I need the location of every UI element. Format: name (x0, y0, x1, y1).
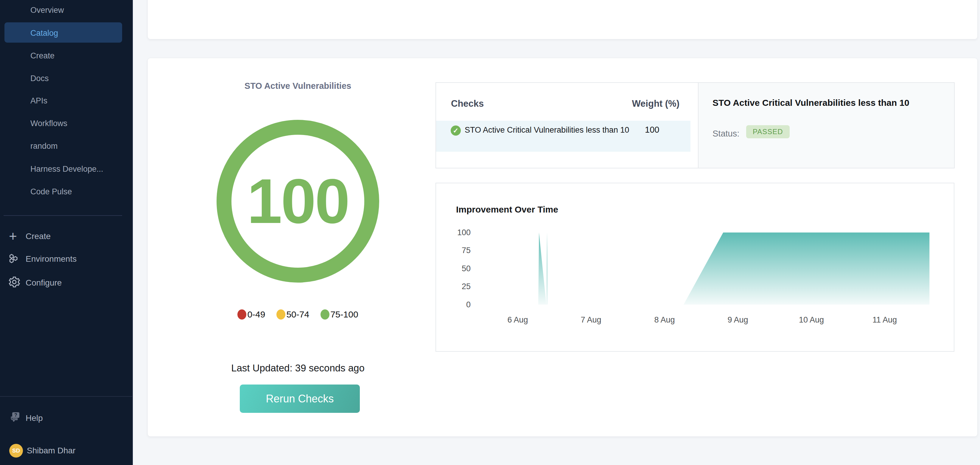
checks-column-header: Checks (451, 98, 484, 109)
score-value: 100 (247, 169, 349, 233)
ytick-100: 100 (448, 228, 471, 237)
check-row[interactable]: ✓ STO Active Critical Vulnerabilities le… (436, 121, 690, 152)
xtick-6aug: 6 Aug (497, 315, 539, 324)
sidebar-action-create[interactable]: Create (25, 231, 51, 242)
score-legend: 0-49 50-74 75-100 (208, 309, 387, 320)
status-badge: PASSED (746, 125, 790, 138)
help-icon: ? (9, 410, 23, 425)
xtick-7aug: 7 Aug (570, 315, 612, 324)
sidebar-item-random[interactable]: random (30, 141, 58, 151)
sidebar-item-harness-developer[interactable]: Harness Develope... (30, 164, 103, 174)
sidebar-action-environments[interactable]: Environments (25, 254, 76, 264)
check-detail-title: STO Active Critical Vulnerabilities less… (713, 98, 909, 108)
legend-item-low: 0-49 (237, 309, 265, 320)
user-avatar[interactable]: SD (9, 444, 23, 457)
legend-label-high: 75-100 (330, 309, 358, 320)
ytick-50: 50 (448, 264, 471, 273)
sidebar-item-overview[interactable]: Overview (30, 5, 64, 15)
ytick-0: 0 (448, 300, 471, 309)
sidebar-item-apis[interactable]: APIs (30, 96, 47, 106)
scorecard-title: STO Active Vulnerabilities (179, 81, 417, 91)
sidebar-help[interactable]: Help (25, 413, 43, 423)
check-passed-icon: ✓ (451, 126, 461, 136)
sidebar-item-code-pulse[interactable]: Code Pulse (30, 187, 72, 197)
last-updated-text: Last Updated: 39 seconds ago (179, 363, 417, 374)
weight-column-header: Weight (%) (632, 98, 679, 109)
sidebar-item-workflows[interactable]: Workflows (30, 118, 67, 128)
sidebar-item-docs[interactable]: Docs (30, 74, 49, 83)
svg-text:?: ? (14, 412, 17, 418)
check-detail-panel: STO Active Critical Vulnerabilities less… (698, 82, 955, 168)
sidebar-action-configure[interactable]: Configure (25, 278, 62, 288)
legend-label-mid: 50-74 (286, 309, 309, 320)
chart-title: Improvement Over Time (456, 205, 558, 215)
xtick-9aug: 9 Aug (717, 315, 759, 324)
sidebar: Overview Catalog Create Docs APIs Workfl… (0, 0, 133, 465)
xtick-10aug: 10 Aug (791, 315, 832, 324)
sidebar-item-create[interactable]: Create (30, 51, 54, 61)
ytick-25: 25 (448, 282, 471, 291)
legend-dot-yellow (277, 309, 285, 320)
sidebar-item-catalog[interactable]: Catalog (30, 28, 58, 38)
legend-dot-green (320, 309, 329, 320)
previous-scorecard-card (148, 0, 978, 39)
improvement-chart-panel: Improvement Over Time 100 75 50 25 0 6 A… (436, 183, 955, 352)
status-label: Status: (713, 127, 739, 140)
sidebar-divider (3, 215, 122, 216)
check-weight-value: 100 (645, 125, 659, 135)
legend-item-high: 75-100 (320, 309, 358, 320)
rerun-checks-button[interactable]: Rerun Checks (240, 385, 360, 413)
check-name: STO Active Critical Vulnerabilities less… (465, 124, 648, 136)
plus-icon: + (9, 228, 17, 244)
legend-label-low: 0-49 (247, 309, 265, 320)
sidebar-selected-pill (5, 22, 122, 43)
xtick-11aug: 11 Aug (864, 315, 905, 324)
ytick-75: 75 (448, 246, 471, 255)
hexagons-icon (8, 252, 21, 267)
legend-dot-red (237, 309, 247, 320)
score-gauge-ring: 100 (216, 120, 379, 283)
legend-item-mid: 50-74 (277, 309, 309, 320)
sidebar-footer-divider (0, 396, 132, 397)
gear-icon (8, 275, 21, 290)
xtick-8aug: 8 Aug (644, 315, 686, 324)
user-name[interactable]: Shibam Dhar (27, 446, 75, 456)
checks-panel: Checks Weight (%) ✓ STO Active Critical … (436, 82, 698, 168)
